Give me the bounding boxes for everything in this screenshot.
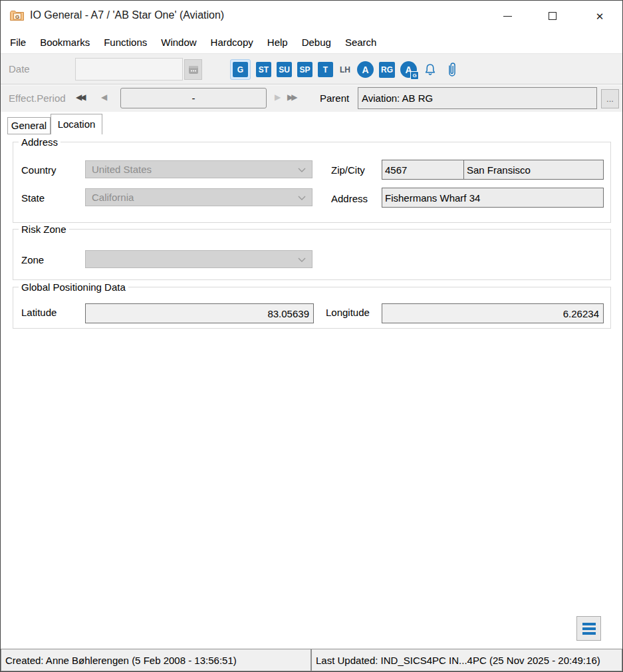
zone-select[interactable] <box>85 250 312 268</box>
longitude-input[interactable] <box>382 303 604 323</box>
toolbar-date-row: Date G ST SU SP T LH A RG AG <box>1 53 622 84</box>
attachment-button[interactable] <box>443 61 459 79</box>
ag-sub-letter: G <box>410 71 419 80</box>
gps-group: Global Positioning Data Latitude Longitu… <box>13 287 611 329</box>
menu-window[interactable]: Window <box>159 35 198 49</box>
status-last-updated: Last Updated: IND_SICS4PC IN...4PC (25 N… <box>311 649 622 671</box>
nav-last-icon[interactable]: ▶▶ <box>287 93 295 101</box>
chevron-down-icon <box>298 196 306 200</box>
parent-input[interactable] <box>358 87 597 109</box>
latitude-label: Latitude <box>21 307 57 318</box>
parent-browse-button[interactable]: ... <box>601 89 619 108</box>
chevron-down-icon <box>298 168 306 172</box>
t-tool-button[interactable]: T <box>318 62 333 77</box>
zip-input[interactable] <box>382 160 464 180</box>
a-tool-button[interactable]: A <box>357 61 374 78</box>
parent-label: Parent <box>320 92 349 104</box>
st-tool-button[interactable]: ST <box>256 62 271 77</box>
lh-tool-button[interactable]: LH <box>338 65 352 75</box>
general-tool-selected-halo: G <box>230 59 251 80</box>
street-address-input[interactable] <box>382 188 604 208</box>
panel-menu-button[interactable] <box>576 616 601 641</box>
city-input[interactable] <box>463 160 604 180</box>
menu-help[interactable]: Help <box>265 35 290 49</box>
address-group-legend: Address <box>19 136 61 148</box>
location-tab-panel: Address Country United States Zip/City S… <box>1 134 622 649</box>
menu-functions[interactable]: Functions <box>102 35 149 49</box>
chevron-down-icon <box>298 257 306 262</box>
maximize-icon <box>549 12 557 20</box>
svg-text:G: G <box>15 14 19 20</box>
minimize-button[interactable] <box>496 5 519 27</box>
street-address-label: Address <box>331 193 368 204</box>
window-title: IO General - A7 / 'AB Star One' (Aviatio… <box>30 9 224 21</box>
menu-hardcopy[interactable]: Hardcopy <box>209 35 255 49</box>
risk-zone-group-legend: Risk Zone <box>19 224 69 235</box>
gps-group-legend: Global Positioning Data <box>19 281 128 293</box>
nav-previous-icon[interactable]: ◀ <box>101 93 107 101</box>
effect-period-label: Effect.Period <box>9 92 66 104</box>
toolbar-effect-period-row: Effect.Period ◀◀ ◀ ▶ ▶▶ Parent ... <box>1 85 622 112</box>
country-select[interactable]: United States <box>85 160 312 178</box>
rg-tool-button[interactable]: RG <box>379 62 395 78</box>
hamburger-icon <box>582 623 596 625</box>
bell-icon <box>424 63 437 77</box>
sp-tool-button[interactable]: SP <box>297 62 312 77</box>
notifications-button[interactable] <box>422 61 438 79</box>
address-group: Address Country United States Zip/City S… <box>13 142 611 223</box>
menu-file[interactable]: File <box>8 35 28 49</box>
toolbar-icons: G ST SU SP T LH A RG AG <box>230 59 459 80</box>
app-window: G IO General - A7 / 'AB Star One' (Aviat… <box>0 0 623 672</box>
latitude-input[interactable] <box>85 303 314 323</box>
date-label: Date <box>9 63 30 75</box>
longitude-label: Longitude <box>326 307 370 318</box>
state-label: State <box>21 192 45 204</box>
effect-period-input[interactable] <box>120 88 267 108</box>
general-tool-button[interactable]: G <box>233 62 248 77</box>
state-value: California <box>92 192 134 203</box>
close-icon: ✕ <box>596 11 604 21</box>
maximize-button[interactable] <box>541 5 564 27</box>
tab-strip: General Location <box>1 112 622 134</box>
zone-label: Zone <box>21 254 44 265</box>
close-button[interactable]: ✕ <box>588 5 611 27</box>
state-select[interactable]: California <box>85 188 312 206</box>
tab-general[interactable]: General <box>7 117 51 134</box>
calendar-button[interactable] <box>184 59 202 80</box>
menu-debug[interactable]: Debug <box>300 35 333 49</box>
country-value: United States <box>92 164 152 175</box>
menu-bar: File Bookmarks Functions Window Hardcopy… <box>1 31 622 53</box>
title-bar: G IO General - A7 / 'AB Star One' (Aviat… <box>1 1 622 31</box>
ag-tool-button[interactable]: AG <box>400 61 417 78</box>
country-label: Country <box>21 164 57 176</box>
zip-city-label: Zip/City <box>331 164 365 176</box>
nav-next-icon[interactable]: ▶ <box>275 93 281 101</box>
menu-search[interactable]: Search <box>343 35 379 49</box>
app-folder-icon: G <box>9 9 25 22</box>
tab-location[interactable]: Location <box>51 114 102 134</box>
calendar-icon <box>188 65 199 75</box>
status-created: Created: Anne Bøhlerengen (5 Feb 2008 - … <box>1 649 311 671</box>
date-input[interactable] <box>75 58 183 81</box>
su-tool-button[interactable]: SU <box>277 62 292 77</box>
status-bar: Created: Anne Bøhlerengen (5 Feb 2008 - … <box>1 649 622 671</box>
risk-zone-group: Risk Zone Zone <box>13 229 611 280</box>
paperclip-icon <box>446 62 457 78</box>
nav-first-icon[interactable]: ◀◀ <box>76 93 84 101</box>
minimize-icon <box>503 16 512 17</box>
menu-bookmarks[interactable]: Bookmarks <box>38 35 92 49</box>
